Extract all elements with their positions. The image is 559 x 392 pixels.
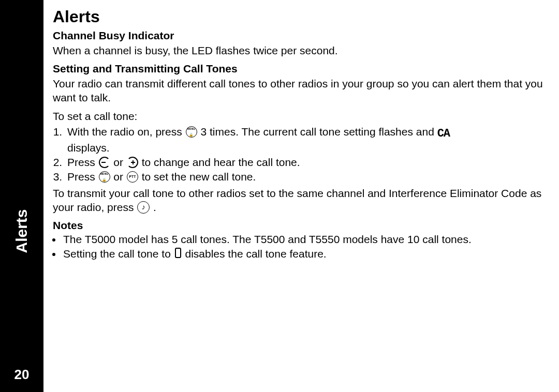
text: To transmit your call tone to other radi… <box>53 187 541 213</box>
text: With the radio on, press <box>67 126 185 138</box>
paragraph: To transmit your call tone to other radi… <box>53 187 543 214</box>
sidebar-section-label: Alerts <box>13 209 31 253</box>
page-number: 20 <box>14 367 30 383</box>
subheading-call-tones: Setting and Transmitting Call Tones <box>53 63 543 75</box>
text: to change and hear the call tone. <box>142 156 300 168</box>
notes-list: The T5000 model has 5 call tones. The T5… <box>53 233 543 261</box>
page-title: Alerts <box>53 7 543 26</box>
subheading-notes: Notes <box>53 219 543 232</box>
list-lead: To set a call tone: <box>53 110 543 123</box>
sidebar: Alerts 20 <box>0 0 43 392</box>
text: 3 times. The current call tone setting f… <box>200 126 437 138</box>
text: Press <box>67 171 98 183</box>
steps-list: With the radio on, press MENU 🔒 3 times.… <box>53 125 543 184</box>
display-zero-icon <box>175 248 181 258</box>
list-item: Setting the call tone to disables the ca… <box>62 247 543 261</box>
text: or <box>113 156 126 168</box>
menu-button-icon: MENU 🔒 <box>186 126 197 138</box>
list-item: The T5000 model has 5 call tones. The T5… <box>62 233 543 246</box>
text: to set the new call tone. <box>142 171 256 183</box>
display-ca-icon: CA <box>437 127 450 141</box>
call-tone-button-icon: ♪ <box>137 201 150 214</box>
content-area: Alerts Channel Busy Indicator When a cha… <box>43 0 559 392</box>
subheading-channel-busy: Channel Busy Indicator <box>53 29 543 42</box>
manual-page: Alerts 20 Alerts Channel Busy Indicator … <box>0 0 559 392</box>
plus-button-icon <box>127 157 138 168</box>
paragraph: Your radio can transmit different call t… <box>53 77 543 104</box>
list-item: Press MENU 🔒 or PTT to set the new call … <box>65 170 543 184</box>
text: disables the call tone feature. <box>185 248 326 260</box>
menu-button-icon: MENU 🔒 <box>99 171 110 183</box>
text: Press <box>67 156 98 168</box>
text: or <box>113 171 126 183</box>
text: . <box>153 201 156 213</box>
paragraph: When a channel is busy, the LED flashes … <box>53 44 543 57</box>
list-item: Press or to change and hear the call ton… <box>65 156 543 169</box>
minus-button-icon <box>99 157 110 168</box>
list-item: With the radio on, press MENU 🔒 3 times.… <box>65 125 543 155</box>
text: displays. <box>67 141 543 155</box>
text: Setting the call tone to <box>63 248 174 260</box>
ptt-button-icon: PTT <box>127 171 138 183</box>
